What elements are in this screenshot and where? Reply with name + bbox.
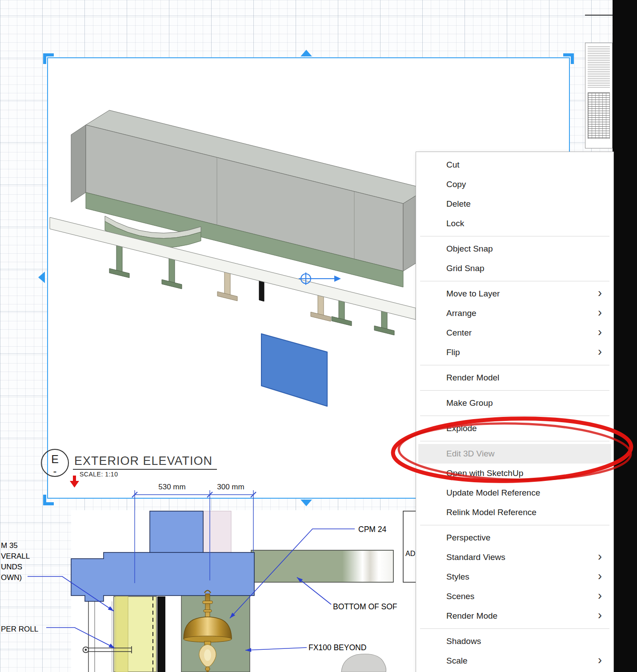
menu-item-label: Copy (446, 180, 466, 189)
selection-handle-bottom-center[interactable] (300, 500, 312, 506)
menu-item-label: Delete (446, 199, 471, 209)
menu-separator (420, 390, 609, 391)
leader-lines (28, 529, 355, 650)
chevron-right-icon: › (598, 326, 602, 338)
menu-item-scenes[interactable]: Scenes› (416, 587, 613, 606)
menu-item-label: Render Mode (446, 611, 497, 621)
menu-item-arrange[interactable]: Arrange› (416, 304, 613, 323)
title-block-table (588, 92, 610, 139)
menu-item-center[interactable]: Center› (416, 323, 613, 343)
menu-item-lock[interactable]: Lock (416, 214, 613, 233)
chevron-right-icon: › (598, 609, 602, 621)
cut-label-4: OWN) (1, 573, 22, 582)
menu-item-standard-views[interactable]: Standard Views› (416, 548, 613, 567)
menu-item-edit-3d-view[interactable]: Edit 3D View (418, 444, 611, 464)
menu-item-open-with-sketchup[interactable]: Open with SketchUp (416, 464, 613, 483)
menu-item-label: Relink Model Reference (446, 508, 537, 517)
menu-item-object-snap[interactable]: Object Snap (416, 239, 613, 259)
title-block-sheet (585, 43, 613, 148)
menu-item-relink-model-reference[interactable]: Relink Model Reference (416, 503, 613, 522)
selection-handle-top-center[interactable] (300, 50, 312, 56)
app-background-right (613, 0, 637, 672)
chevron-right-icon: › (598, 570, 602, 582)
chevron-right-icon: › (598, 287, 602, 299)
menu-separator (420, 365, 609, 365)
menu-item-label: Explode (446, 424, 477, 433)
cut-label-1: M 35 (1, 541, 18, 550)
menu-separator (420, 525, 609, 525)
label-cpm24: CPM 24 (358, 525, 386, 534)
menu-item-label: Styles (446, 572, 469, 582)
chevron-right-icon: › (598, 307, 602, 319)
cut-label-2: VERALL (1, 552, 30, 561)
chevron-right-icon: › (598, 654, 602, 666)
menu-item-label: Update Model Reference (446, 488, 540, 498)
menu-item-label: Make Group (446, 398, 493, 408)
menu-item-label: Arrange (446, 308, 477, 318)
chevron-right-icon: › (598, 551, 602, 563)
chevron-right-icon: › (598, 590, 602, 602)
menu-item-move-to-layer[interactable]: Move to Layer› (416, 284, 613, 304)
detail-viewport-bg[interactable] (71, 510, 417, 672)
menu-item-label: Open with SketchUp (446, 468, 523, 478)
sheet-edge-line (585, 15, 613, 16)
menu-item-explode[interactable]: Explode (416, 419, 613, 438)
menu-item-label: Center (446, 328, 472, 338)
menu-item-label: Scale (446, 656, 468, 666)
menu-item-scale[interactable]: Scale› (416, 651, 613, 671)
menu-item-styles[interactable]: Styles› (416, 567, 613, 587)
menu-item-label: Shadows (446, 636, 481, 646)
menu-item-label: Lock (446, 219, 464, 228)
layout-canvas: 530 mm 300 mm CPM 24 BOTTOM OF SOF FX100… (0, 0, 637, 672)
cut-label-3: UNDS (1, 563, 22, 572)
cornice-profile (71, 552, 254, 601)
menu-item-label: Render Model (446, 373, 499, 383)
menu-item-update-model-reference[interactable]: Update Model Reference (416, 483, 613, 503)
menu-separator (420, 441, 609, 441)
menu-separator (420, 628, 609, 629)
dimension-group (132, 490, 256, 583)
selection-handle-left-center[interactable] (38, 272, 45, 283)
menu-separator (420, 416, 609, 416)
menu-item-label: Object Snap (446, 244, 493, 254)
chevron-right-icon: › (598, 346, 602, 358)
leader-arrowheads (108, 577, 303, 652)
menu-item-make-group[interactable]: Make Group (416, 393, 613, 413)
menu-item-flip[interactable]: Flip› (416, 343, 613, 362)
menu-item-delete[interactable]: Delete (416, 194, 613, 214)
menu-item-label: Grid Snap (446, 264, 485, 273)
menu-item-cut[interactable]: Cut (416, 155, 613, 175)
paper-roll-holder (83, 646, 132, 653)
menu-item-label: Standard Views (446, 552, 505, 562)
menu-separator (420, 281, 609, 281)
label-fx100: FX100 BEYOND (308, 643, 366, 652)
title-block-notes-text (588, 46, 610, 89)
menu-item-perspective[interactable]: Perspective (416, 528, 613, 548)
menu-separator (420, 236, 609, 236)
menu-item-render-model[interactable]: Render Model (416, 368, 613, 388)
menu-item-label: Cut (446, 160, 460, 170)
pendant-lamp (184, 591, 232, 672)
menu-item-label: Edit 3D View (446, 449, 494, 459)
context-menu: Cut Copy Delete Lock Object Snap Grid Sn… (416, 152, 614, 672)
detail-drawing (71, 511, 474, 672)
menu-item-grid-snap[interactable]: Grid Snap (416, 259, 613, 278)
menu-item-copy[interactable]: Copy (416, 175, 613, 194)
menu-item-render-mode[interactable]: Render Mode› (416, 606, 613, 626)
menu-item-shadows[interactable]: Shadows (416, 632, 613, 651)
menu-item-label: Flip (446, 348, 460, 357)
menu-item-label: Perspective (446, 533, 490, 543)
label-bottom-of-soffit: BOTTOM OF SOF (333, 602, 397, 611)
label-note-partial: AD (405, 550, 415, 557)
menu-item-label: Scenes (446, 592, 474, 601)
menu-item-label: Move to Layer (446, 289, 500, 299)
label-paper-roll: PER ROLL (1, 625, 38, 634)
